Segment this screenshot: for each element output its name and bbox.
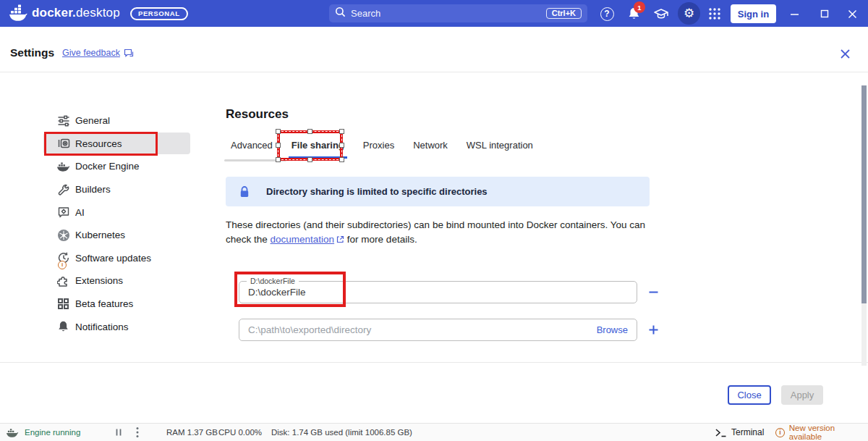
documentation-link[interactable]: documentation [271,234,335,245]
engine-whale-icon [6,424,19,441]
scrollbar-thumb[interactable] [861,85,867,303]
window-close-button[interactable] [843,4,861,23]
tab-network[interactable]: Network [413,140,448,159]
docker-whale-logo-icon [9,4,27,25]
kebab-menu-icon [136,427,139,438]
settings-sidebar: General Resources Docker Engine [43,109,195,338]
settings-header: Settings Give feedback [0,27,868,72]
apps-menu-button[interactable] [706,5,723,22]
minimize-icon [790,9,799,19]
tab-file-sharing[interactable]: File sharing [292,140,344,159]
remove-directory-button[interactable] [646,285,660,299]
terminal-button[interactable]: Terminal [715,424,764,441]
sidebar-item-label: Docker Engine [75,161,140,172]
cpu-usage: CPU 0.00% [218,424,262,441]
new-version-label: New version available [789,424,868,441]
settings-title: Settings [10,46,54,59]
puzzle-icon [56,274,70,287]
terminal-label: Terminal [731,427,764,437]
search-shortcut-badge: Ctrl+K [546,8,582,19]
sidebar-item-label: Resources [75,138,122,149]
plus-icon [648,324,659,335]
disk-usage: Disk: 1.74 GB used (limit 1006.85 GB) [271,424,412,441]
apply-button[interactable]: Apply [781,385,823,405]
file-sharing-description: These directories (and their subdirector… [226,218,654,248]
give-feedback-link[interactable]: Give feedback [62,48,134,58]
search-placeholder: Search [351,8,380,19]
sidebar-item-label: Notifications [75,322,129,332]
selection-handle [339,129,344,134]
external-link-icon [336,233,344,248]
sidebar-item-notifications[interactable]: Notifications [43,315,190,338]
search-icon [335,7,346,20]
add-directory-button[interactable] [646,322,660,337]
new-directory-input[interactable] [239,319,637,340]
brand-wordmark: docker.desktop [32,6,120,20]
pause-icon [114,428,123,437]
gauge-icon [56,137,70,151]
squares-icon [56,297,70,311]
shared-directory-input[interactable] [239,282,637,303]
sidebar-item-label: AI [75,207,85,218]
sidebar-item-extensions[interactable]: Extensions [43,269,190,293]
sidebar-item-general[interactable]: General [43,109,190,133]
engine-status[interactable]: Engine running [25,424,80,441]
ram-usage: RAM 1.37 GB [166,424,218,441]
pause-engine-button[interactable] [114,424,123,441]
whale-icon [56,159,70,173]
sidebar-item-builders[interactable]: Builders [43,178,190,201]
sidebar-item-kubernetes[interactable]: Kubernetes [43,224,190,247]
sidebar-item-docker-engine[interactable]: Docker Engine [43,155,190,178]
sidebar-item-software-updates[interactable]: i Software updates [43,247,190,270]
description-text: for more details. [344,234,417,245]
brand-desktop: desktop [76,6,120,20]
tab-proxies[interactable]: Proxies [363,140,394,159]
close-button[interactable]: Close [728,385,771,405]
docker-desktop-window: docker.desktop PERSONAL Search Ctrl+K ? … [0,0,868,441]
settings-close-button[interactable] [838,46,852,61]
banner-text: Directory sharing is limited to specific… [266,186,488,197]
update-info-badge: i [58,261,67,269]
ai-bubble-icon [56,206,70,219]
new-version-link[interactable]: i New version available [775,424,868,441]
tab-wsl-integration[interactable]: WSL integration [467,140,533,159]
sign-in-button[interactable]: Sign in [731,4,776,23]
footer-divider [0,362,868,363]
sidebar-item-resources[interactable]: Resources [43,133,190,154]
sidebar-item-label: Extensions [75,275,123,286]
page-title: Resources [226,107,289,122]
brand-docker: docker [32,6,72,20]
selection-handle [276,129,281,134]
bell-icon [56,320,70,334]
grid-dots-icon [708,7,721,20]
kubernetes-icon [56,228,70,242]
settings-button[interactable]: ⚙ [678,2,700,25]
close-icon [840,49,851,59]
notification-count-badge: 1 [634,1,645,13]
engine-options-button[interactable] [136,424,139,441]
sidebar-item-label: Builders [75,184,111,195]
browse-button[interactable]: Browse [597,324,628,335]
close-icon [848,9,857,19]
help-icon: ? [600,7,614,21]
gear-icon: ⚙ [684,7,694,20]
sidebar-item-label: Kubernetes [75,230,125,240]
sliders-icon [56,114,70,127]
learning-center-button[interactable] [652,5,670,22]
search-input[interactable]: Search Ctrl+K [329,4,587,22]
feedback-icon [124,49,134,58]
window-maximize-button[interactable] [815,4,834,23]
wrench-icon [56,182,70,196]
sidebar-item-ai[interactable]: AI [43,201,190,224]
plan-badge: PERSONAL [130,7,188,20]
sidebar-item-beta-features[interactable]: Beta features [43,293,190,316]
give-feedback-label: Give feedback [62,48,120,58]
new-directory-field: Browse [239,319,637,341]
help-button[interactable]: ? [598,5,616,22]
tab-advanced[interactable]: Advanced [231,140,273,159]
sidebar-item-label: General [75,115,110,126]
window-minimize-button[interactable] [785,4,804,23]
info-icon: i [775,428,785,437]
minus-icon [648,287,659,298]
graduation-cap-icon [653,7,669,21]
